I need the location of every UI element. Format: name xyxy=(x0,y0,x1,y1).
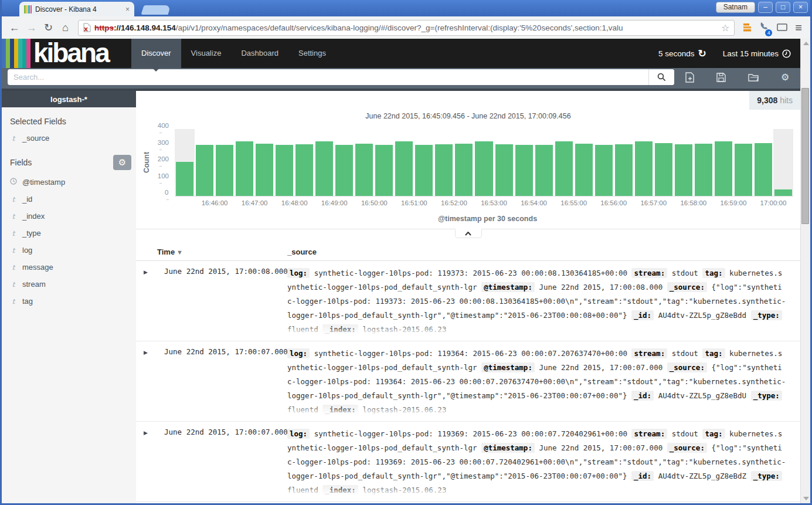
field-type-string-icon: t xyxy=(10,246,17,255)
chart-bar-slot xyxy=(733,129,753,196)
chart-bar[interactable] xyxy=(236,141,253,196)
field-item-source[interactable]: t_source xyxy=(2,130,136,147)
extension-phone-icon[interactable]: 4 xyxy=(759,22,769,34)
chart-bar[interactable] xyxy=(575,144,593,196)
table-row[interactable]: ▶June 22nd 2015, 17:00:08.000log: synthe… xyxy=(136,261,800,341)
browser-tab[interactable]: Discover - Kibana 4 × xyxy=(19,2,134,16)
tab-visualize[interactable]: Visualize xyxy=(181,39,232,68)
field-item-timestamp[interactable]: @timestamp xyxy=(2,174,136,191)
chart-bar[interactable] xyxy=(295,144,313,196)
field-item-type[interactable]: t_type xyxy=(2,225,136,242)
tab-discover[interactable]: Discover xyxy=(131,39,181,68)
time-range-value: Last 15 minutes xyxy=(723,49,779,58)
chart-bar[interactable] xyxy=(435,144,453,196)
table-row[interactable]: ▶June 22nd 2015, 17:00:07.000log: synthe… xyxy=(136,422,800,502)
expand-caret-icon[interactable]: ▶ xyxy=(144,427,157,501)
chart-bar-slot xyxy=(634,129,654,196)
home-icon[interactable]: ⌂ xyxy=(57,22,73,34)
y-axis-tick-label: 100 xyxy=(158,172,169,187)
field-label: log xyxy=(22,246,32,255)
search-button[interactable] xyxy=(648,69,674,85)
chart-bar[interactable] xyxy=(715,141,732,196)
chart-bar[interactable] xyxy=(735,144,752,196)
chart-bar[interactable] xyxy=(216,145,233,196)
field-item-tag[interactable]: ttag xyxy=(2,293,136,310)
chart-bar[interactable] xyxy=(375,145,393,196)
chart-bar[interactable] xyxy=(515,145,533,196)
chart-bar[interactable] xyxy=(176,162,193,196)
maximize-button[interactable]: □ xyxy=(776,2,790,13)
extension-list-icon[interactable] xyxy=(743,23,752,32)
scrollbar-up-arrow[interactable] xyxy=(803,42,809,45)
scrollbar-thumb[interactable] xyxy=(801,88,809,224)
back-icon[interactable]: ← xyxy=(6,22,22,34)
field-settings-button[interactable]: ⚙ xyxy=(113,155,131,170)
chart-bar[interactable] xyxy=(355,144,373,196)
chart-bar[interactable] xyxy=(755,143,772,196)
field-key-badge: _index: xyxy=(322,485,358,495)
fields-label: Fields xyxy=(10,158,32,167)
chart-bar[interactable] xyxy=(276,145,293,196)
doc-table-body: ▶June 22nd 2015, 17:00:08.000log: synthe… xyxy=(136,261,800,502)
chart-bar[interactable] xyxy=(335,145,353,196)
x-axis-tick-label: 16:49:00 xyxy=(321,199,348,206)
x-axis-tick-label: 16:56:00 xyxy=(600,199,627,206)
tab-close-icon[interactable]: × xyxy=(125,5,130,13)
chart-bar[interactable] xyxy=(555,141,573,196)
save-icon[interactable] xyxy=(716,73,726,82)
kibana-navbar: kibana Discover Visualize Dashboard Sett… xyxy=(2,39,800,68)
x-axis-tick-label: 16:57:00 xyxy=(640,199,667,206)
tab-settings[interactable]: Settings xyxy=(288,39,336,68)
chart-bar[interactable] xyxy=(595,145,613,196)
refresh-interval-picker[interactable]: 5 seconds ↻ xyxy=(658,48,706,60)
settings-gear-icon[interactable]: ⚙ xyxy=(781,72,789,83)
chart-bar[interactable] xyxy=(455,144,473,196)
collapse-chart-button[interactable] xyxy=(455,229,482,238)
menu-icon[interactable]: ≡ xyxy=(795,21,802,35)
forward-icon[interactable]: → xyxy=(23,22,39,34)
chart-bar[interactable] xyxy=(415,145,433,196)
chart-bar[interactable] xyxy=(615,144,633,196)
expand-caret-icon[interactable]: ▶ xyxy=(144,347,157,421)
address-bar[interactable]: https ://146.148.94.154 /api/v1/proxy/na… xyxy=(78,20,735,36)
chart-bar[interactable] xyxy=(695,144,712,196)
time-range-picker[interactable]: Last 15 minutes xyxy=(723,49,791,58)
close-button[interactable]: × xyxy=(793,2,808,13)
minimize-button[interactable]: – xyxy=(758,2,773,13)
title-bar: Discover - Kibana 4 × Satnam – □ × xyxy=(2,0,810,16)
insecure-page-icon[interactable] xyxy=(83,23,91,32)
chart-bar[interactable] xyxy=(774,189,792,196)
new-search-icon[interactable] xyxy=(685,72,695,83)
chart-bar[interactable] xyxy=(675,144,692,196)
chart-bar[interactable] xyxy=(655,143,672,196)
bookmark-star-icon[interactable]: ☆ xyxy=(721,22,729,33)
field-item-id[interactable]: t_id xyxy=(2,191,136,208)
expand-caret-icon[interactable]: ▶ xyxy=(144,266,157,341)
reload-icon[interactable]: ↻ xyxy=(40,21,56,34)
cast-icon[interactable] xyxy=(777,23,787,32)
chart-bar[interactable] xyxy=(395,141,413,196)
chart-bar[interactable] xyxy=(196,145,213,196)
field-item-index[interactable]: t_index xyxy=(2,208,136,225)
table-row[interactable]: ▶June 22nd 2015, 17:00:07.000log: synthe… xyxy=(136,341,800,422)
chart-bar[interactable] xyxy=(535,145,553,196)
field-item-message[interactable]: tmessage xyxy=(2,259,136,276)
open-folder-icon[interactable] xyxy=(748,73,759,82)
chart-bar[interactable] xyxy=(256,144,273,196)
field-item-log[interactable]: tlog xyxy=(2,242,136,259)
chart-bar-slot xyxy=(753,129,773,196)
index-pattern-header[interactable]: logstash-* xyxy=(2,91,136,107)
chart-bar[interactable] xyxy=(475,141,492,196)
new-tab-button[interactable] xyxy=(141,5,171,15)
scrollbar-down-arrow[interactable] xyxy=(803,497,809,500)
field-key-badge: tag: xyxy=(702,348,725,358)
chart-bar[interactable] xyxy=(495,144,513,196)
chart-bar[interactable] xyxy=(635,141,653,196)
tab-dashboard[interactable]: Dashboard xyxy=(231,39,288,68)
chart-bar[interactable] xyxy=(315,141,333,196)
profile-button[interactable]: Satnam xyxy=(716,2,755,13)
time-column-header[interactable]: Time▼ xyxy=(157,248,287,256)
page-scrollbar[interactable] xyxy=(800,39,810,503)
field-item-stream[interactable]: tstream xyxy=(2,276,136,293)
search-input[interactable] xyxy=(8,73,648,82)
